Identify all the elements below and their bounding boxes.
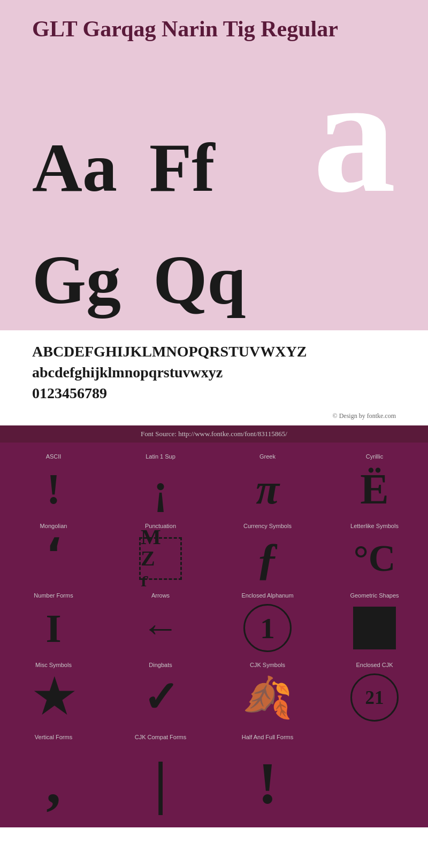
arrows-symbol: ← (142, 603, 179, 654)
greek-label: Greek (259, 453, 276, 460)
bottom-pipe-symbol: | (154, 753, 167, 814)
glyph-mongolian: Mongolian ʻ (0, 517, 107, 587)
ascii-symbol: ! (47, 464, 61, 515)
numberforms-label: Number Forms (34, 592, 73, 599)
misc-label: Misc Symbols (35, 662, 72, 668)
celsius-text: °C (354, 540, 396, 577)
checkmark-icon: ✓ (143, 676, 179, 719)
glyph-row-3: Number Forms I Arrows ← Enclosed Alphanu… (0, 587, 428, 656)
glyph-punctuation: Punctuation M Z J (107, 517, 214, 587)
copyright: © Design by fontke.com (0, 409, 428, 425)
lowercase-alphabet: abcdefghijklmnopqrstuvwxyz (32, 362, 396, 383)
currency-symbol: ƒ (256, 533, 279, 584)
numberforms-symbol: I (45, 603, 61, 654)
cjk-symbols-label: CJK Symbols (250, 662, 285, 668)
circled-21-icon: 21 (350, 673, 399, 722)
glyph-row-2: Mongolian ʻ Punctuation M Z J Currency S… (0, 517, 428, 587)
half-full-label-cell: Half And Full Forms (214, 728, 321, 747)
punctuation-symbol: M Z J (139, 533, 182, 584)
bottom-comma: , (0, 747, 107, 817)
currency-label: Currency Symbols (243, 523, 292, 529)
glyph-latin1: Latin 1 Sup ¡ (107, 448, 214, 517)
enclosed-alphanum-symbol: 1 (243, 603, 292, 654)
glyph-row-bottom: , | ! (0, 747, 428, 817)
enclosed-alphanum-label: Enclosed Alphanum (241, 592, 293, 599)
glyph-misc: Misc Symbols ★ (0, 656, 107, 726)
letterlike-symbol: °C (354, 533, 396, 584)
bottom-empty (321, 747, 428, 817)
font-source: Font Source: http://www.fontke.com/font/… (0, 425, 428, 443)
latin1-symbol: ¡ (154, 464, 168, 515)
mongolian-symbol: ʻ (46, 533, 62, 584)
glyph-greek: Greek π (214, 448, 321, 517)
alphabet-section: ABCDEFGHIJKLMNOPQRSTUVWXYZ abcdefghijklm… (0, 330, 428, 409)
leaf-icon: 🍂 (242, 678, 293, 718)
bottom-exclaim-symbol: ! (258, 753, 278, 814)
dingbats-label: Dingbats (149, 662, 172, 668)
glyph-numberforms: Number Forms I (0, 587, 107, 656)
bottom-pipe: | (107, 747, 214, 817)
font-title: GLT Garqag Narin Tig Regular (32, 16, 396, 42)
enclosed-cjk-label: Enclosed CJK (356, 662, 393, 668)
glyph-currency: Currency Symbols ƒ (214, 517, 321, 587)
roman-numeral: I (45, 608, 61, 648)
half-full-label: Half And Full Forms (242, 734, 294, 740)
bottom-exclaim: ! (214, 747, 321, 817)
circled-1: 1 (243, 604, 292, 652)
letter-showcase-2: Gg Qq (32, 191, 396, 314)
dingbats-symbol: ✓ (143, 672, 179, 723)
glyph-geometric: Geometric Shapes (321, 587, 428, 656)
letterlike-label: Letterlike Symbols (350, 523, 399, 529)
glyph-labels-row5: Vertical Forms CJK Compat Forms Half And… (0, 728, 428, 747)
top-section: GLT Garqag Narin Tig Regular Aa Ff a Gg … (0, 0, 428, 330)
cjk-symbols-symbol: 🍂 (242, 672, 293, 723)
vertical-forms-label-cell: Vertical Forms (0, 728, 107, 747)
glyph-cjk-symbols: CJK Symbols 🍂 (214, 656, 321, 726)
glyph-enclosed-cjk: Enclosed CJK 21 (321, 656, 428, 726)
ascii-label: ASCII (46, 453, 62, 460)
glyph-enclosed-alphanum: Enclosed Alphanum 1 (214, 587, 321, 656)
glyph-ascii: ASCII ! (0, 448, 107, 517)
cyrillic-symbol: Ë (360, 464, 388, 515)
glyph-row-4: Misc Symbols ★ Dingbats ✓ CJK Symbols 🍂 … (0, 656, 428, 726)
enclosed-cjk-symbol: 21 (350, 672, 399, 723)
digits-row: 0123456789 (32, 383, 396, 404)
latin1-label: Latin 1 Sup (146, 453, 175, 460)
bottom-comma-symbol: , (46, 753, 61, 814)
dashed-box: M Z J (139, 537, 182, 580)
filled-square-icon (353, 607, 396, 649)
mongolian-label: Mongolian (40, 523, 67, 529)
arrows-label: Arrows (151, 592, 170, 599)
vertical-forms-label: Vertical Forms (35, 734, 72, 740)
glyph-cyrillic: Cyrillic Ë (321, 448, 428, 517)
misc-symbol: ★ (33, 672, 74, 723)
cjk-compat-label: CJK Compat Forms (135, 734, 187, 740)
uppercase-alphabet: ABCDEFGHIJKLMNOPQRSTUVWXYZ (32, 341, 396, 362)
letter-pair-gg: Gg (32, 245, 121, 314)
geometric-symbol (353, 603, 396, 654)
glyph-dingbats: Dingbats ✓ (107, 656, 214, 726)
glyph-arrows: Arrows ← (107, 587, 214, 656)
dashed-box-content: M Z J (141, 526, 180, 591)
greek-symbol: π (256, 464, 279, 515)
glyphs-section: ASCII ! Latin 1 Sup ¡ Greek π Cyrillic Ë… (0, 443, 428, 827)
empty-label-cell (321, 728, 428, 747)
glyph-letterlike: Letterlike Symbols °C (321, 517, 428, 587)
cyrillic-label: Cyrillic (366, 453, 383, 460)
cjk-compat-label-cell: CJK Compat Forms (107, 728, 214, 747)
geometric-label: Geometric Shapes (350, 592, 399, 599)
letter-showcase: Aa Ff a (32, 52, 396, 202)
star-icon: ★ (33, 675, 74, 720)
glyph-row-1: ASCII ! Latin 1 Sup ¡ Greek π Cyrillic Ë (0, 448, 428, 517)
arrow-left-icon: ← (142, 609, 179, 647)
letter-pair-qq: Qq (153, 245, 246, 314)
